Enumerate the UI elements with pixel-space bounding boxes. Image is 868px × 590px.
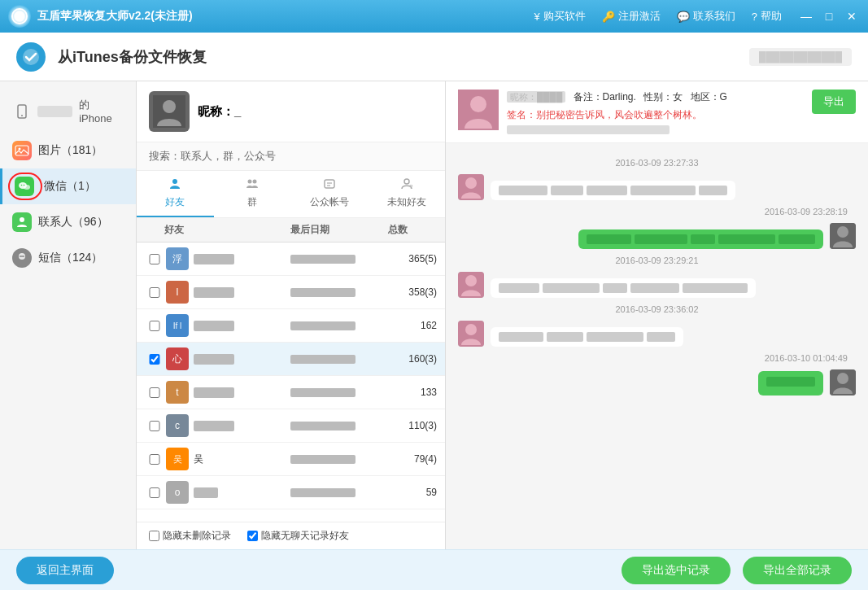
main-layout: ████ 的 iPhone 图片（181） bbox=[0, 81, 868, 549]
msg-timestamp-0: 2016-03-09 23:27:33 bbox=[458, 158, 856, 168]
my-nickname: 昵称：_ bbox=[198, 104, 241, 120]
friend-name-6: 吴 bbox=[194, 452, 203, 466]
friend-count-7: 59 bbox=[388, 487, 437, 498]
tab-public[interactable]: 公众帐号 bbox=[291, 171, 369, 217]
phone-icon bbox=[12, 102, 31, 121]
export-all-button[interactable]: 导出全部记录 bbox=[743, 557, 852, 584]
buy-software-btn[interactable]: ¥ 购买软件 bbox=[534, 9, 586, 24]
table-row[interactable]: If l 162 bbox=[137, 309, 445, 343]
row-checkbox-1[interactable] bbox=[145, 287, 164, 298]
friend-avatar-6: 吴 bbox=[166, 448, 189, 470]
close-btn[interactable]: ✕ bbox=[844, 8, 860, 24]
groups-tab-icon bbox=[246, 177, 259, 194]
search-bar: 搜索：联系人，群，公众号 bbox=[137, 142, 445, 171]
table-row[interactable]: 心 160(3) bbox=[137, 343, 445, 376]
hide-not-deleted-label[interactable]: 隐藏未删除记录 bbox=[149, 529, 231, 543]
svg-point-6 bbox=[19, 148, 21, 151]
header: 从iTunes备份文件恢复 ████████████ bbox=[0, 33, 868, 81]
wechat-label: 微信（1） bbox=[44, 179, 96, 194]
row-checkbox-3[interactable] bbox=[145, 354, 164, 365]
msg-row-0 bbox=[458, 174, 856, 200]
table-row[interactable]: c 110(3) bbox=[137, 409, 445, 443]
chat-gender: 性别：女 bbox=[643, 91, 683, 103]
row-checkbox-6[interactable] bbox=[145, 454, 164, 465]
row-checkbox-0[interactable] bbox=[145, 254, 164, 264]
help-btn[interactable]: ? 帮助 bbox=[752, 9, 782, 24]
hide-no-chat-label[interactable]: 隐藏无聊天记录好友 bbox=[247, 529, 349, 543]
friend-date-0 bbox=[290, 255, 355, 264]
photos-label: 图片（181） bbox=[38, 143, 103, 158]
row-checkbox-5[interactable] bbox=[145, 421, 164, 431]
chat-messages[interactable]: 2016-03-09 23:27:33 bbox=[446, 143, 868, 549]
tab-friends[interactable]: 好友 bbox=[137, 171, 214, 217]
col-date: 最后日期 bbox=[290, 223, 388, 237]
friend-date-4 bbox=[290, 388, 355, 397]
tab-unknown-label: 未知好友 bbox=[387, 195, 426, 209]
export-selected-button[interactable]: 导出选中记录 bbox=[622, 557, 731, 584]
chat-export-button[interactable]: 导出 bbox=[812, 90, 856, 114]
minimize-btn[interactable]: — bbox=[798, 8, 814, 24]
profile-header: 昵称：_ bbox=[137, 81, 445, 142]
row-checkbox-2[interactable] bbox=[145, 321, 164, 331]
table-row[interactable]: t 133 bbox=[137, 376, 445, 409]
register-btn[interactable]: 🔑 注册激活 bbox=[602, 9, 661, 24]
friend-date-7 bbox=[290, 488, 355, 497]
back-button[interactable]: 返回主界面 bbox=[16, 557, 114, 584]
chat-icon: 💬 bbox=[677, 11, 690, 23]
msg-avatar-left-0 bbox=[458, 174, 484, 200]
content-area: 昵称：_ 搜索：联系人，群，公众号 好友 bbox=[137, 81, 868, 549]
msg-timestamp-3: 2016-03-09 23:36:02 bbox=[458, 304, 856, 314]
svg-rect-21 bbox=[325, 180, 334, 188]
friends-table: 浮 365(5) I 358(3) bbox=[137, 243, 445, 522]
col-count: 总数 bbox=[388, 223, 437, 237]
row-checkbox-4[interactable] bbox=[145, 387, 164, 398]
friend-count-2: 162 bbox=[388, 320, 437, 331]
friend-name-1 bbox=[194, 287, 234, 298]
tab-unknown[interactable]: ? 未知好友 bbox=[368, 171, 445, 217]
svg-point-29 bbox=[465, 177, 477, 189]
msg-avatar-left-2 bbox=[458, 272, 484, 298]
hide-not-deleted-checkbox[interactable] bbox=[149, 531, 159, 541]
chat-signature: 签名：别把秘密告诉风，风会吹遍整个树林。 bbox=[507, 107, 804, 123]
key-icon: 🔑 bbox=[602, 11, 615, 23]
friend-avatar-5: c bbox=[166, 414, 189, 437]
friend-avatar-7: o bbox=[166, 481, 189, 504]
svg-point-4 bbox=[21, 115, 23, 116]
sms-icon bbox=[12, 248, 32, 268]
photo-icon bbox=[12, 141, 32, 160]
table-row[interactable]: I 358(3) bbox=[137, 276, 445, 309]
row-checkbox-7[interactable] bbox=[145, 487, 164, 498]
svg-point-19 bbox=[248, 180, 252, 184]
svg-text:?: ? bbox=[409, 183, 413, 190]
sidebar: ████ 的 iPhone 图片（181） bbox=[0, 81, 137, 549]
tab-groups[interactable]: 群 bbox=[214, 171, 291, 217]
contact-us-btn[interactable]: 💬 联系我们 bbox=[677, 9, 735, 24]
sidebar-item-photos[interactable]: 图片（181） bbox=[0, 133, 136, 168]
sidebar-item-iphone[interactable]: ████ 的 iPhone bbox=[0, 90, 136, 133]
msg-timestamp-1: 2016-03-09 23:28:19 bbox=[458, 207, 856, 216]
friend-count-3: 160(3) bbox=[388, 353, 437, 365]
msg-row-4 bbox=[458, 369, 856, 396]
svg-point-10 bbox=[24, 185, 25, 186]
hide-no-chat-checkbox[interactable] bbox=[247, 531, 258, 541]
svg-point-27 bbox=[470, 96, 486, 112]
sidebar-item-wechat[interactable]: 微信（1） bbox=[0, 168, 136, 204]
device-info: ████████████ bbox=[749, 48, 852, 66]
tab-public-label: 公众帐号 bbox=[310, 195, 349, 209]
sidebar-item-sms[interactable]: 短信（124） bbox=[0, 240, 136, 276]
table-row[interactable]: 浮 365(5) bbox=[137, 243, 445, 276]
sidebar-item-contacts[interactable]: 联系人（96） bbox=[0, 204, 136, 240]
friend-avatar-0: 浮 bbox=[166, 247, 189, 270]
maximize-btn[interactable]: □ bbox=[821, 8, 837, 24]
table-row[interactable]: 吴 吴 79(4) bbox=[137, 443, 445, 476]
friend-name-3 bbox=[194, 354, 234, 365]
table-row[interactable]: o 59 bbox=[137, 476, 445, 509]
table-header: 好友 最后日期 总数 bbox=[137, 218, 445, 243]
chat-region: 地区：G bbox=[691, 91, 727, 103]
friend-date-1 bbox=[290, 288, 355, 297]
chat-remark: 备注：Darling. bbox=[574, 91, 636, 103]
svg-point-17 bbox=[163, 100, 176, 113]
friends-panel: 昵称：_ 搜索：联系人，群，公众号 好友 bbox=[137, 81, 446, 549]
page-title: 从iTunes备份文件恢复 bbox=[58, 47, 749, 67]
tab-friends-label: 好友 bbox=[165, 195, 185, 209]
